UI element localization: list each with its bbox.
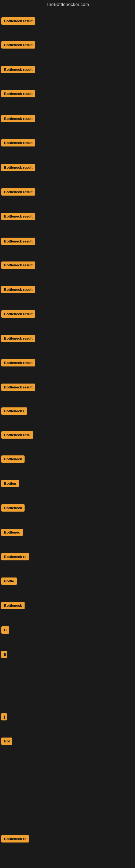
bottleneck-bar-row: Bot (1, 738, 12, 746)
bottleneck-result-label[interactable]: Bottleneck result (1, 310, 35, 318)
bottleneck-bar-row: Bottleneck (1, 504, 25, 513)
bottleneck-result-label[interactable]: Bottleneck r (1, 407, 27, 415)
bottleneck-result-label[interactable]: Bottleneck result (1, 41, 35, 49)
bottleneck-bar-row: Bottleneck result (1, 310, 35, 319)
bottleneck-result-label[interactable]: Bottleneck result (1, 188, 35, 195)
bottleneck-result-label[interactable]: Bottleneck re (1, 553, 29, 560)
bottleneck-bar-row: Bottleneck result (1, 188, 35, 197)
bottleneck-result-label[interactable]: Bottleneck result (1, 335, 35, 342)
bottleneck-result-label[interactable]: Bottleneck (1, 602, 25, 609)
bottleneck-result-label[interactable]: Bottleneck (1, 456, 25, 463)
bottleneck-bar-row: Bottleneck result (1, 18, 35, 26)
bottleneck-bar-row: Bottle (1, 578, 17, 586)
bottleneck-bar-row: Bottleneck result (1, 238, 35, 246)
bottleneck-bar-row: Bottleneck result (1, 261, 35, 270)
bottleneck-bar-row: B (1, 626, 9, 635)
bottleneck-result-label[interactable]: Bot (1, 738, 12, 745)
bottleneck-result-label[interactable]: Bottle (1, 578, 17, 585)
bottleneck-bar-row: Bottleneck result (1, 286, 35, 294)
bottleneck-result-label[interactable]: B (1, 651, 7, 658)
bottleneck-bar-row: Bottleneck re (1, 835, 29, 844)
bottleneck-result-label[interactable]: Bottleneck result (1, 164, 35, 171)
bottleneck-bar-row: Bottleneck result (1, 66, 35, 74)
bottleneck-bar-row: Bottleneck re (1, 553, 29, 561)
bottleneck-bar-row: Bottlen (1, 480, 19, 488)
bottleneck-result-label[interactable]: Bottleneck resu (1, 431, 33, 439)
bottleneck-bar-row: Bottleneck result (1, 41, 35, 50)
bottleneck-result-label[interactable]: Bottlenec (1, 529, 23, 536)
bottleneck-bar-row: Bottleneck result (1, 359, 35, 368)
bottleneck-bar-row: Bottleneck result (1, 90, 35, 98)
bottleneck-bar-row: Bottleneck (1, 456, 25, 464)
bottleneck-result-label[interactable]: Bottleneck result (1, 261, 35, 269)
bottleneck-bar-row: Bottleneck result (1, 139, 35, 148)
bottleneck-bar-row: B (1, 651, 7, 659)
bottleneck-bar-row: Bottleneck (1, 602, 25, 610)
bottleneck-result-label[interactable]: Bottleneck re (1, 835, 29, 842)
bottleneck-result-label[interactable]: | (1, 713, 7, 720)
bottleneck-bar-row: Bottleneck result (1, 383, 35, 392)
bottleneck-result-label[interactable]: Bottleneck result (1, 115, 35, 122)
bottleneck-result-label[interactable]: Bottleneck result (1, 359, 35, 367)
bottleneck-result-label[interactable]: Bottlen (1, 480, 19, 487)
site-title: TheBottlenecker.com (0, 0, 135, 9)
bottleneck-bar-row: Bottleneck result (1, 115, 35, 123)
bottleneck-result-label[interactable]: Bottleneck result (1, 383, 35, 391)
bottleneck-result-label[interactable]: Bottleneck result (1, 18, 35, 25)
bottleneck-bar-row: Bottlenec (1, 529, 23, 537)
bottleneck-result-label[interactable]: Bottleneck result (1, 238, 35, 245)
bottleneck-bar-row: Bottleneck result (1, 164, 35, 172)
bottleneck-result-label[interactable]: Bottleneck result (1, 139, 35, 147)
bottleneck-bar-row: Bottleneck resu (1, 431, 33, 440)
bottleneck-bar-row: Bottleneck result (1, 213, 35, 221)
bottleneck-result-label[interactable]: Bottleneck result (1, 90, 35, 97)
bottleneck-bar-row: Bottleneck result (1, 335, 35, 343)
bottleneck-result-label[interactable]: Bottleneck result (1, 66, 35, 73)
bottleneck-result-label[interactable]: Bottleneck result (1, 286, 35, 293)
bottleneck-result-label[interactable]: Bottleneck result (1, 213, 35, 220)
bottleneck-result-label[interactable]: B (1, 626, 9, 633)
bottleneck-result-label[interactable]: Bottleneck (1, 504, 25, 512)
bottleneck-bar-row: | (1, 713, 7, 721)
bottleneck-bar-row: Bottleneck r (1, 407, 27, 416)
